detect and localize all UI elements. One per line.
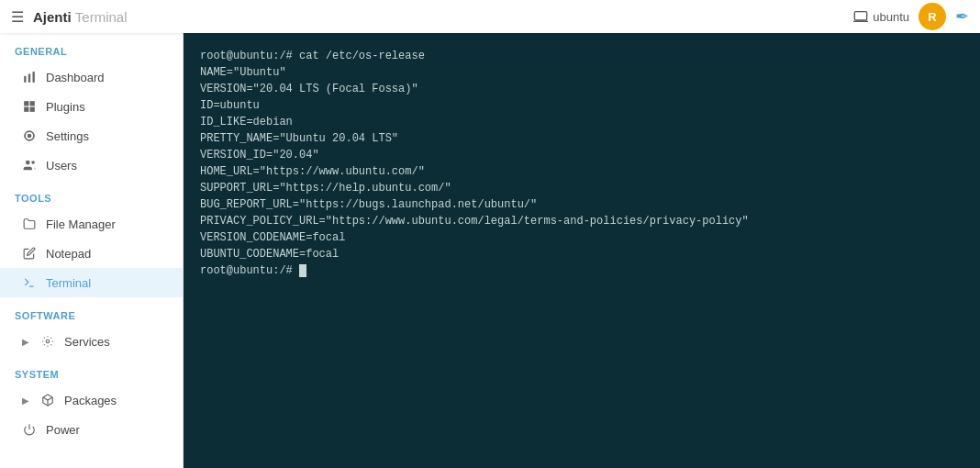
sidebar-item-packages[interactable]: ▶ Packages	[0, 385, 183, 415]
packages-label: Packages	[64, 394, 117, 407]
section-tools: TOOLS	[0, 180, 183, 209]
sidebar-item-power[interactable]: Power	[0, 415, 183, 444]
svg-rect-5	[30, 101, 35, 106]
terminal-cursor	[299, 264, 306, 277]
terminal-line: BUG_REPORT_URL="https://bugs.launchpad.n…	[200, 196, 963, 213]
users-icon	[22, 158, 37, 173]
pencil-icon	[22, 246, 37, 261]
header: ☰ Ajenti Terminal ubuntu R ✒	[0, 0, 980, 33]
expand-icon-services: ▶	[22, 337, 29, 347]
terminal-line: PRETTY_NAME="Ubuntu 20.04 LTS"	[200, 130, 963, 147]
main-layout: GENERAL Dashboard Plugins Settings Users	[0, 33, 980, 468]
connect-icon[interactable]: ✒	[955, 6, 969, 27]
svg-point-9	[31, 161, 35, 164]
gear-icon	[22, 128, 37, 143]
dashboard-label: Dashboard	[46, 71, 105, 84]
section-general: GENERAL	[0, 33, 183, 62]
terminal-line: SUPPORT_URL="https://help.ubuntu.com/"	[200, 180, 963, 196]
services-icon	[40, 334, 55, 349]
file-manager-label: File Manager	[46, 217, 116, 231]
app-subtitle: Terminal	[75, 9, 128, 25]
terminal-line: ID_LIKE=debian	[200, 114, 963, 130]
svg-rect-2	[28, 74, 30, 83]
svg-rect-7	[30, 107, 35, 112]
sidebar-item-file-manager[interactable]: File Manager	[0, 209, 183, 239]
sidebar-item-users[interactable]: Users	[0, 150, 183, 180]
power-label: Power	[46, 423, 80, 437]
sidebar: GENERAL Dashboard Plugins Settings Users	[0, 33, 184, 468]
terminal-line: ID=ubuntu	[200, 97, 963, 114]
terminal-prompt-line: root@ubuntu:/#	[200, 262, 963, 279]
plugins-label: Plugins	[46, 100, 85, 114]
terminal-line: root@ubuntu:/# cat /etc/os-release	[200, 48, 963, 64]
power-icon	[22, 422, 37, 437]
terminal-line: HOME_URL="https://www.ubuntu.com/"	[200, 163, 963, 180]
notepad-label: Notepad	[46, 247, 91, 261]
section-software: SOFTWARE	[0, 297, 183, 327]
terminal-line: PRIVACY_POLICY_URL="https://www.ubuntu.c…	[200, 213, 963, 229]
sidebar-item-services[interactable]: ▶ Services	[0, 327, 183, 356]
bar-chart-icon	[22, 70, 37, 84]
sidebar-item-notepad[interactable]: Notepad	[0, 239, 183, 268]
svg-rect-6	[24, 107, 28, 112]
svg-rect-4	[24, 101, 28, 106]
svg-point-11	[46, 340, 50, 343]
packages-icon	[40, 393, 55, 407]
terminal-area[interactable]: root@ubuntu:/# cat /etc/os-release NAME=…	[184, 33, 980, 468]
username: ubuntu	[873, 10, 909, 24]
svg-rect-0	[855, 12, 867, 20]
svg-rect-3	[33, 72, 35, 83]
sidebar-item-settings[interactable]: Settings	[0, 121, 183, 150]
menu-icon[interactable]: ☰	[11, 8, 24, 26]
users-label: Users	[46, 159, 77, 173]
svg-rect-1	[24, 76, 26, 83]
header-right: ubuntu R ✒	[853, 3, 969, 30]
section-system: SYSTEM	[0, 356, 183, 385]
grid-icon	[22, 99, 37, 114]
settings-label: Settings	[46, 129, 89, 143]
folder-icon	[22, 217, 37, 231]
terminal-label: Terminal	[46, 276, 91, 290]
terminal-line: VERSION_CODENAME=focal	[200, 229, 963, 246]
terminal-line: VERSION_ID="20.04"	[200, 147, 963, 163]
terminal-line: UBUNTU_CODENAME=focal	[200, 246, 963, 262]
header-left: ☰ Ajenti Terminal	[11, 8, 128, 26]
svg-point-8	[26, 161, 30, 165]
terminal-line: VERSION="20.04 LTS (Focal Fossa)"	[200, 81, 963, 97]
sidebar-item-dashboard[interactable]: Dashboard	[0, 62, 183, 92]
app-title: Ajenti Terminal	[33, 9, 128, 25]
sidebar-item-plugins[interactable]: Plugins	[0, 92, 183, 121]
sidebar-item-terminal[interactable]: Terminal	[0, 268, 183, 297]
terminal-icon	[22, 275, 37, 290]
expand-icon-packages: ▶	[22, 396, 29, 406]
user-label: ubuntu	[853, 9, 909, 24]
services-label: Services	[64, 335, 110, 349]
terminal-line: NAME="Ubuntu"	[200, 64, 963, 81]
avatar[interactable]: R	[919, 3, 946, 30]
laptop-icon	[853, 9, 868, 24]
